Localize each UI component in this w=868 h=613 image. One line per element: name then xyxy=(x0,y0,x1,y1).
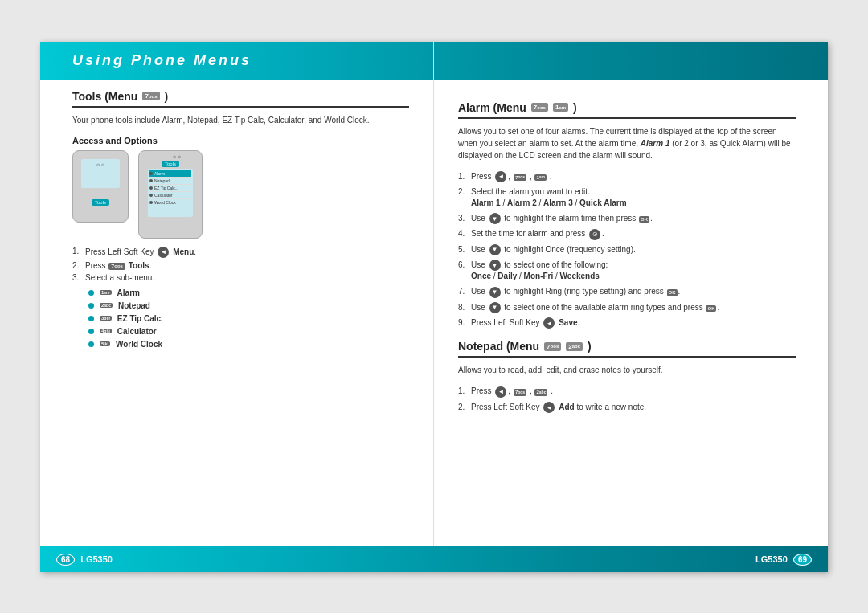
menu-item-alarm: 1sm Alarm xyxy=(88,288,409,297)
phone-screen-1: ⊙ ⊙ ~ xyxy=(81,159,120,188)
menu-badge-tools: 7oos xyxy=(142,92,159,100)
page-num-circle-right: 69 xyxy=(793,554,812,566)
alarm-step-3: 3. Use ▼ to highlight the alarm time the… xyxy=(458,213,796,224)
menu-item-notepad: 2abc Notepad xyxy=(88,301,409,310)
screen-item-eztip: EZ Tip Calc... xyxy=(149,185,191,192)
alarm-step-7: 7. Use ▼ to highlight Ring (ring type se… xyxy=(458,286,796,297)
ok-badge-3: OK xyxy=(639,216,649,223)
alarm-step-6: 6. Use ▼ to select one of the following:… xyxy=(458,260,796,282)
nav-icon-7: ▼ xyxy=(489,287,501,298)
nav-icon-6: ▼ xyxy=(489,260,501,271)
notepad-step-2: 2. Press Left Soft Key ◄ Add to write a … xyxy=(458,402,796,413)
step-3: Select a sub-menu. xyxy=(72,273,409,282)
soft-key-icon-9: ◄ xyxy=(543,317,555,329)
badge-1-alarm-step: 1sm xyxy=(534,174,547,181)
badge-7-step2: 7oos xyxy=(108,263,125,270)
alarm-step-5: 5. Use ▼ to highlight Once (frequency se… xyxy=(458,244,796,255)
soft-key-icon-np1: ◄ xyxy=(495,386,506,398)
set-icon-4: ⊙ xyxy=(589,229,600,240)
step-2: Press 7oos Tools. xyxy=(72,261,409,270)
menu-badge-notepad-7: 7oos xyxy=(544,342,561,351)
phone-screen-2: Alarm Notepad EZ Tip Calc... Calculator … xyxy=(148,169,193,217)
notepad-steps: 1. Press ◄, 7oos , 2abc . 2. Press Left … xyxy=(458,386,796,413)
page-num-circle-left: 68 xyxy=(56,554,75,566)
badge-4-calc: 4ghi xyxy=(100,329,112,333)
menu-badge-alarm-1: 1sm xyxy=(553,103,568,112)
nav-icon-8: ▼ xyxy=(489,302,501,313)
menu-item-calculator: 4ghi Calculator xyxy=(88,327,409,336)
menu-item-eztip: 3def EZ Tip Calc. xyxy=(88,314,409,323)
notepad-intro: Allows you to read, add, edit, and erase… xyxy=(458,364,796,376)
bullet-worldclock xyxy=(88,341,94,347)
screen-item-notepad: Notepad xyxy=(149,178,191,185)
alarm-intro: Allows you to set one of four alarms. Th… xyxy=(458,125,796,161)
alarm-step-8: 8. Use ▼ to select one of the available … xyxy=(458,302,796,313)
badge-3-eztip: 3def xyxy=(100,316,112,321)
menu-badge-notepad-2: 2abc xyxy=(566,342,583,351)
alarm-step-2: 2. Select the alarm you want to edit. Al… xyxy=(458,186,796,209)
alarm-step-9: 9. Press Left Soft Key ◄ Save. xyxy=(458,317,796,329)
menu-badge-alarm-7: 7oos xyxy=(531,103,548,112)
left-page: Tools (Menu 7oos ) Your phone tools incl… xyxy=(40,42,434,572)
alarm-section: Alarm (Menu 7oos 1sm ) Allows you to set… xyxy=(458,101,796,329)
alarm-steps: 1. Press ◄, 7oos , 1sm . 2. Select the a… xyxy=(458,171,796,329)
tools-steps: Press Left Soft Key ◄ Menu. Press 7oos T… xyxy=(72,247,409,282)
tools-section-title: Tools (Menu 7oos ) xyxy=(72,90,409,108)
phone-label-2: Tools xyxy=(162,161,179,167)
phone-images-container: ⊙ ⊙ ~ Tools ⊙ ⊙ Tools Alarm Notepad EZ T… xyxy=(72,150,409,239)
alarm-step-1: 1. Press ◄, 7oos , 1sm . xyxy=(458,171,796,182)
screen-item-worldclock: World Clock xyxy=(149,199,191,206)
phone-image-1: ⊙ ⊙ ~ Tools xyxy=(72,150,129,223)
ok-badge-7: OK xyxy=(667,289,678,296)
screen-item-calc: Calculator xyxy=(149,192,191,199)
phone-label-1: Tools xyxy=(92,199,109,206)
bullet-eztip xyxy=(88,316,94,321)
soft-key-icon-1: ◄ xyxy=(158,247,169,258)
bullet-calculator xyxy=(88,329,94,334)
badge-2-np: 2abc xyxy=(534,389,547,395)
menu-item-worldclock: 5jkl World Clock xyxy=(88,340,409,349)
nav-icon-5: ▼ xyxy=(489,244,501,255)
alarm-section-title: Alarm (Menu 7oos 1sm ) xyxy=(458,101,796,119)
menu-items-list: 1sm Alarm 2abc Notepad 3def EZ Tip Calc.… xyxy=(88,288,409,349)
step-1: Press Left Soft Key ◄ Menu. xyxy=(72,247,409,258)
phone-image-2: ⊙ ⊙ Tools Alarm Notepad EZ Tip Calc... C… xyxy=(138,150,203,239)
bullet-alarm xyxy=(88,290,94,296)
badge-2-notepad: 2abc xyxy=(100,303,113,308)
notepad-step-1: 1. Press ◄, 7oos , 2abc . xyxy=(458,386,796,397)
badge-1-alarm: 1sm xyxy=(100,290,112,295)
soft-key-icon-np2: ◄ xyxy=(543,402,555,413)
tools-intro: Your phone tools include Alarm, Notepad,… xyxy=(72,114,409,126)
notepad-section: Notepad (Menu 7oos 2abc ) Allows you to … xyxy=(458,340,796,413)
nav-icon-3: ▼ xyxy=(489,213,501,224)
page-spread: Using Phone Menus Tools (Menu 7oos ) You… xyxy=(40,42,828,572)
badge-7-np: 7oos xyxy=(514,389,526,395)
left-page-number: 68 LG5350 xyxy=(56,554,113,564)
access-options-title: Access and Options xyxy=(72,136,409,145)
soft-key-icon-alarm1: ◄ xyxy=(495,171,506,182)
screen-item-alarm: Alarm xyxy=(149,170,191,178)
right-page-number: LG5350 69 xyxy=(755,554,812,564)
badge-7-alarm: 7oos xyxy=(514,174,526,181)
right-page: Alarm (Menu 7oos 1sm ) Allows you to set… xyxy=(434,42,828,572)
notepad-section-title: Notepad (Menu 7oos 2abc ) xyxy=(458,340,796,358)
ok-badge-8: OK xyxy=(706,305,716,312)
bottom-bar: 68 LG5350 LG5350 69 xyxy=(40,546,828,572)
alarm-step-4: 4. Set the time for alarm and press ⊙. xyxy=(458,228,796,239)
bullet-notepad xyxy=(88,303,94,309)
badge-5-worldclock: 5jkl xyxy=(100,341,110,346)
